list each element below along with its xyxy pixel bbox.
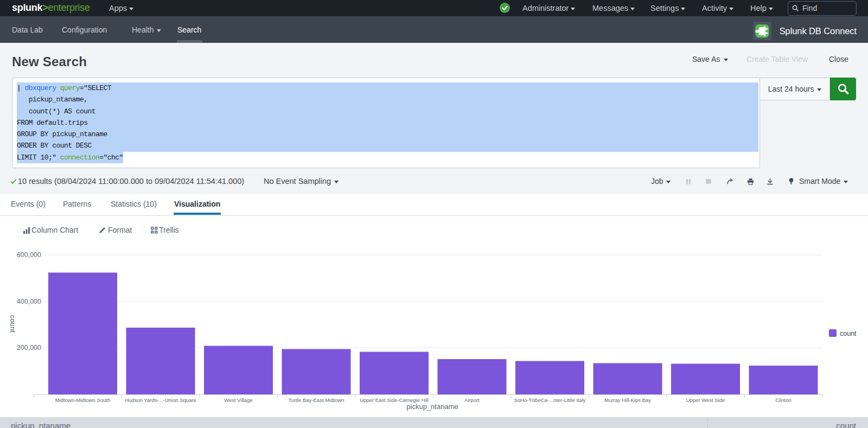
- svg-text:Upper West Side: Upper West Side: [686, 397, 725, 403]
- svg-text:Turtle Bay-East Midtown: Turtle Bay-East Midtown: [288, 397, 344, 403]
- svg-text:SoHo-TriBeCa-...nter-Little It: SoHo-TriBeCa-...nter-Little Italy: [514, 397, 585, 403]
- svg-text:200,000: 200,000: [17, 344, 41, 352]
- svg-text:Hudson Yards-...-Union Square: Hudson Yards-...-Union Square: [125, 397, 196, 403]
- svg-text:Clinton: Clinton: [775, 397, 792, 403]
- svg-text:Airport: Airport: [464, 397, 480, 403]
- svg-text:pickup_ntaname: pickup_ntaname: [406, 403, 458, 411]
- svg-text:count: count: [840, 330, 857, 337]
- svg-text:Murray Hill-Kips Bay: Murray Hill-Kips Bay: [604, 397, 651, 403]
- svg-text:count: count: [9, 315, 17, 333]
- svg-text:600,000: 600,000: [17, 251, 41, 259]
- svg-text:400,000: 400,000: [17, 298, 41, 305]
- svg-text:Upper East Side-Carnegie Hill: Upper East Side-Carnegie Hill: [360, 397, 429, 403]
- svg-text:West Village: West Village: [224, 397, 252, 403]
- svg-text:Midtown-Midtown South: Midtown-Midtown South: [55, 397, 110, 403]
